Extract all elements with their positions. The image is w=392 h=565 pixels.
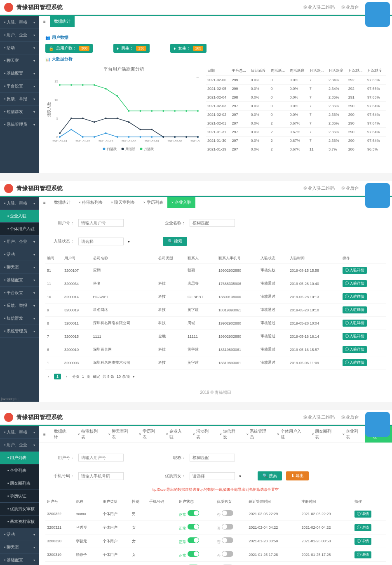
sidebar-item[interactable]: ▪ 活动▾ — [0, 528, 39, 541]
page-next[interactable]: › — [63, 374, 70, 379]
detail-button[interactable]: ⓘ 详情 — [354, 551, 372, 558]
sidebar-item[interactable]: ▪ 用户、企业▾ — [0, 439, 39, 452]
close-icon[interactable]: × — [312, 432, 314, 436]
sidebar-item[interactable]: ▪ 入驻、审核▾ — [0, 197, 39, 210]
search-button[interactable]: 🔍 搜索 — [258, 471, 282, 480]
tab[interactable]: × 企业入驻 — [162, 426, 188, 443]
detail-button[interactable]: ⓘ 入驻详情 — [343, 333, 367, 340]
tab[interactable]: × 个体用户入驻 — [273, 426, 307, 443]
search-button[interactable]: 🔍 搜索 — [163, 237, 187, 246]
sidebar-item[interactable]: ▪ 基础配置▾ — [0, 67, 39, 80]
close-icon[interactable]: × — [193, 432, 195, 436]
status-toggle[interactable] — [188, 537, 199, 543]
tab-collapse-icon[interactable]: ≡ — [39, 426, 50, 443]
close-icon[interactable]: × — [77, 432, 80, 436]
sidebar-item[interactable]: ▪ 个体用户入驻 — [0, 223, 39, 235]
sidebar-item[interactable]: ▪ 入驻、审核▾ — [0, 16, 39, 29]
close-icon[interactable]: × — [171, 200, 174, 205]
input-nick[interactable] — [190, 454, 235, 461]
detail-button[interactable]: ⓘ 入驻详情 — [343, 359, 367, 366]
detail-button[interactable]: ⓘ 入驻详情 — [343, 306, 367, 313]
sidebar-item[interactable]: ▪ 用户列表 — [0, 452, 39, 464]
tab[interactable]: × 学历列表 — [135, 426, 162, 443]
tab-collapse-icon[interactable]: ≡ — [39, 16, 50, 27]
tab[interactable]: 数据统计 — [50, 426, 73, 443]
qr-link[interactable]: 企业入驻二维码 — [303, 414, 335, 420]
tab[interactable]: × 短信群发 — [216, 426, 242, 443]
select-status[interactable] — [78, 238, 124, 245]
console-link[interactable]: 企业后台 — [341, 414, 359, 420]
quality-toggle[interactable] — [222, 510, 233, 516]
tab-stats[interactable]: 数据统计 — [50, 16, 75, 27]
quality-toggle[interactable] — [222, 524, 233, 530]
page-prev[interactable]: ‹ — [45, 374, 52, 379]
status-toggle[interactable] — [188, 551, 199, 557]
sidebar-item[interactable]: ▪ 活动▾ — [0, 248, 39, 261]
tab[interactable]: × 聊天室列表 — [107, 197, 139, 208]
detail-button[interactable]: ⓘ 详情 — [354, 538, 372, 545]
tab[interactable]: × 系统管理员 — [242, 426, 273, 443]
tab[interactable]: × 活动列表 — [189, 426, 216, 443]
sidebar-item[interactable]: ▪ 聊天室▾ — [0, 54, 39, 67]
chevron-down-icon[interactable]: ▾ — [133, 374, 135, 379]
detail-button[interactable]: ⓘ 入驻详情 — [343, 320, 367, 327]
export-button[interactable]: ⬇ 导出 — [286, 471, 309, 480]
sidebar-item[interactable]: ▪ 平台设置▾ — [0, 287, 39, 299]
sidebar-item[interactable]: ▪ 聊天室▾ — [0, 541, 39, 554]
detail-button[interactable]: ⓘ 入驻详情 — [343, 280, 367, 287]
close-icon[interactable]: × — [139, 432, 141, 436]
qr-link[interactable]: 企业入驻二维码 — [303, 185, 335, 191]
sidebar-item[interactable]: ▪ 平台设置▾ — [0, 80, 39, 93]
sidebar-item[interactable]: ▪ 反馈、举报▾ — [0, 93, 39, 106]
chevron-down-icon[interactable]: ▾ — [239, 474, 241, 478]
tab[interactable]: × 企业入驻 — [167, 197, 195, 208]
tab[interactable]: × 待审核列表 — [75, 197, 107, 208]
sidebar-item[interactable]: ▪ 学历认证 — [0, 490, 39, 503]
input-company[interactable] — [190, 219, 235, 227]
tab[interactable]: × 朋友圈列表 — [307, 426, 338, 443]
tab-collapse-icon[interactable]: ≡ — [39, 197, 50, 208]
close-icon[interactable]: × — [166, 432, 168, 436]
sidebar-item[interactable]: ▪ 朋友圈列表 — [0, 477, 39, 490]
quality-toggle[interactable] — [222, 551, 233, 557]
input-userid[interactable] — [78, 219, 124, 227]
sidebar-item[interactable]: ▪ 聊天室▾ — [0, 261, 39, 274]
console-link[interactable]: 企业后台 — [341, 4, 359, 10]
close-icon[interactable]: × — [108, 432, 110, 436]
tab[interactable]: × 待审核列表 — [73, 426, 104, 443]
tab[interactable]: 数据统计 — [50, 197, 75, 208]
detail-button[interactable]: ⓘ 入驻详情 — [343, 293, 367, 300]
console-link[interactable]: 企业后台 — [341, 185, 359, 191]
chevron-down-icon[interactable]: ▾ — [128, 239, 130, 244]
chart-menu-icon[interactable]: ≡ — [196, 74, 202, 79]
input-userid[interactable] — [78, 454, 124, 461]
status-toggle[interactable] — [188, 510, 199, 516]
detail-button[interactable]: ⓘ 入驻详情 — [343, 267, 367, 274]
sidebar-item[interactable]: ▪ 优质男女审核 — [0, 503, 39, 516]
sidebar-item[interactable]: ▪ 反馈、举报▾ — [0, 299, 39, 312]
sidebar-item[interactable]: ▪ 用户、企业▾ — [0, 29, 39, 42]
tab[interactable]: × 企业列表 — [338, 426, 365, 443]
close-icon[interactable]: × — [343, 432, 345, 436]
sidebar-item[interactable]: ▪ 基础配置▾ — [0, 274, 39, 287]
close-icon[interactable]: × — [79, 200, 81, 205]
sidebar-item[interactable]: ▪ 短信群发▾ — [0, 312, 39, 325]
sidebar-item[interactable]: ▪ 企业入驻 — [0, 210, 39, 223]
sidebar-item[interactable]: ▪ 短信群发▾ — [0, 106, 39, 118]
sidebar-item[interactable]: ▪ 系统管理员▾ — [0, 118, 39, 131]
sidebar-item[interactable]: ▪ 用户、企业▾ — [0, 235, 39, 248]
close-icon[interactable]: × — [277, 432, 279, 436]
detail-button[interactable]: ⓘ 入驻详情 — [343, 346, 367, 353]
detail-button[interactable]: ⓘ 详情 — [354, 511, 372, 518]
close-icon[interactable]: × — [246, 432, 249, 436]
detail-button[interactable]: ⓘ 详情 — [354, 524, 372, 531]
tab[interactable]: × 聊天室列表 — [104, 426, 135, 443]
input-phone[interactable] — [78, 472, 124, 480]
qr-link[interactable]: 企业入驻二维码 — [303, 4, 335, 10]
select-quality[interactable] — [190, 472, 235, 480]
sidebar-item[interactable]: ▪ 入驻、审核▾ — [0, 426, 39, 439]
sidebar-item[interactable]: ▪ 系统管理员▾ — [0, 325, 39, 338]
close-icon[interactable]: × — [220, 432, 222, 436]
sidebar-item[interactable]: ▪ 基本资料审核 — [0, 516, 39, 528]
page-1[interactable]: 1 — [54, 374, 61, 379]
